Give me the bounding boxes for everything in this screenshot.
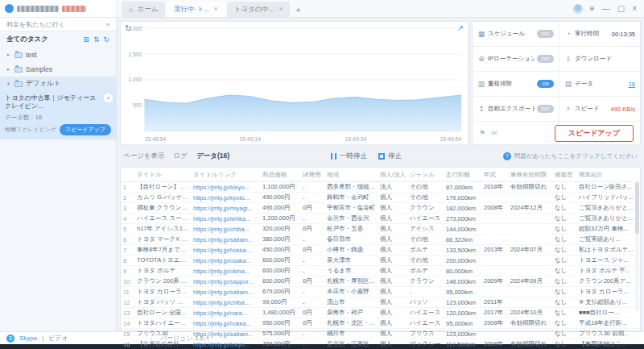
chevrons-more-icon[interactable]: » [106,21,109,28]
task-data-count: データ数：16 [5,114,111,122]
tab-running[interactable]: 実行中·ト... × [167,2,225,17]
table-scrollbar[interactable] [635,182,639,311]
tab-home[interactable]: ⌂ ホーム [122,2,165,17]
help-link[interactable]: ? 問題があったらここをクリックしてください [503,152,638,160]
close-icon[interactable]: × [279,6,283,13]
mail-icon[interactable]: ✉ [491,129,497,137]
title-link-cell[interactable]: https://jmty.jp/tokyo... [191,182,260,193]
dedupe-toggle[interactable]: ON [537,80,554,88]
speedup-button[interactable]: スピードアップ [555,125,634,142]
table-row[interactable]: 1【自社ローン】タン...https://jmty.jp/tokyo...1,1… [121,182,640,193]
table-cell: 車検8年7月まであ... [134,245,191,256]
search-row[interactable]: 料金を私たちに行く » [0,18,116,31]
sort-icon[interactable]: ⇅ [93,35,100,44]
chart-refresh-icon[interactable]: ↻ [125,23,132,34]
table-row[interactable]: 11トヨタ カローラバ...https://jmty.jp/saitam...6… [121,287,640,297]
task-speedup-button[interactable]: スピードアップ [60,124,111,135]
table-row[interactable]: 16【金月近の自社ロ...https://jmty.jp/tokyo...769… [121,339,640,349]
skype-icon[interactable]: S [6,334,14,343]
table-row[interactable]: 14トヨタハイエース2...https://jmty.jp/hokka...95… [121,318,640,329]
title-link-cell[interactable]: https://jmty.jp/saitam... [191,235,260,245]
table-cell: 10 [121,276,134,287]
tab-toyota[interactable]: トヨタの中... × [227,2,291,17]
view-log-link[interactable]: ログ [174,152,188,161]
table-row[interactable]: 4ハイエース スーパ...https://jmty.jp/ishika...1,… [121,214,640,224]
table-row[interactable]: 9トヨタ ポルテhttps://jmty.jp/okina...600,000円… [121,266,640,276]
table-row[interactable]: 7車検8年7月まであ...https://jmty.jp/hokka...450… [121,245,640,256]
column-header[interactable]: 車検有効期限 [508,168,552,182]
svg-text:1,000: 1,000 [128,77,142,82]
flag-icon[interactable]: ⚑ [479,129,485,137]
title-link-cell[interactable]: https://jmty.jp/hokka... [191,318,260,329]
new-tab-button[interactable]: + [291,2,304,17]
ip-rotation-label: IPローテーション [488,55,535,63]
title-link-cell[interactable]: https://jmty.jp/chiba... [191,224,260,235]
view-page-link[interactable]: ページを表示 [123,152,165,161]
column-header[interactable] [121,168,134,182]
tab-running-label: 実行中·ト... [174,5,209,15]
avatar-icon[interactable] [573,4,583,14]
caret-right-icon[interactable]: ▸ [6,66,11,73]
menu-icon[interactable]: ≡ [590,4,595,13]
table-row[interactable]: 15プリウス30https://jmty.jp/saitam...575,000… [121,329,640,339]
sidebar-item-samples[interactable]: ▸ Samples [0,62,116,77]
title-link-cell[interactable]: https://jmty.jp/tokyo... [191,339,260,349]
title-link-cell[interactable]: https://jmty.jp/saitam... [191,287,260,297]
table-row[interactable]: 5h17年 アイシス1...https://jmty.jp/chiba...32… [121,224,640,235]
column-header[interactable]: 年式 [481,168,508,182]
table-row[interactable]: 3福祉車 クラウンア...https://jmty.jp/miyagi...49… [121,203,640,214]
task-close-icon[interactable]: × [104,93,113,102]
title-link-cell[interactable]: https://jmty.jp/nara... [191,308,260,318]
column-header[interactable]: タイトルリンク [191,168,260,182]
add-folder-icon[interactable]: ⊞ [83,35,89,44]
column-header[interactable]: 個人/法人 [378,168,407,182]
title-link-cell[interactable]: https://jmty.jp/osaka... [191,256,260,266]
sidebar-item-default[interactable]: ▾ デフォルト [0,77,116,91]
stop-button[interactable]: 停止 [378,152,402,161]
table-row[interactable]: 10クラウン 200系 2.5...https://jmty.jp/sappor… [121,276,640,287]
column-header[interactable]: 地域 [324,168,378,182]
data-count-link[interactable]: 16 [629,81,635,88]
title-link-cell[interactable]: https://jmty.jp/saitam... [191,329,260,339]
refresh-icon[interactable]: ↻ [103,35,109,44]
column-header[interactable]: 商品価格 [260,168,300,182]
caret-down-icon[interactable]: ▾ [6,81,11,87]
maximize-icon[interactable]: ▢ [617,4,625,13]
window-close-icon[interactable]: × [632,4,637,13]
download-setting[interactable]: ⇩ ダウンロード [559,47,640,72]
skype-link[interactable]: Skype [19,334,37,342]
title-link-cell[interactable]: https://jmty.jp/hokka... [191,245,260,256]
schedule-toggle[interactable]: OFF [537,30,554,38]
column-header[interactable]: タイトル [134,168,191,182]
title-link-cell[interactable]: https://jmty.jp/sappor... [191,276,260,287]
caret-right-icon[interactable]: ▸ [6,52,11,58]
pause-button[interactable]: 一時停止 [331,152,367,161]
title-link-cell[interactable]: https://jmty.jp/miyagi... [191,203,260,214]
table-row[interactable]: 8TOYOTAトヨエー...https://jmty.jp/osaka...60… [121,256,640,266]
view-data-link[interactable]: データ(16) [196,152,229,161]
running-task-card[interactable]: トヨタの中古車｜ジモティースクレイピン... × データ数：16 報酬スクレイピ… [0,91,116,139]
table-row[interactable]: 12トヨタ パッソ プ...https://jmty.jp/chiba...99… [121,297,640,308]
column-header[interactable]: ジャンル [407,168,444,182]
auto-export-toggle[interactable]: OFF [537,105,554,113]
minimize-icon[interactable]: — [602,4,610,13]
title-link-cell[interactable]: https://jmty.jp/kyoto... [191,193,260,203]
column-header[interactable]: 簡単紹介 [576,168,640,182]
title-link-cell[interactable]: https://jmty.jp/okina... [191,266,260,276]
table-row[interactable]: 13自社ローン 全国対...https://jmty.jp/nara...1,4… [121,308,640,318]
sidebar-item-test[interactable]: ▸ test [0,48,116,62]
ip-rotation-toggle[interactable]: OFF [537,55,554,63]
column-header[interactable]: 諸費用 [300,168,324,182]
title-link-cell[interactable]: https://jmty.jp/chiba... [191,297,260,308]
column-header[interactable]: 修復歴 [552,168,576,182]
table-cell [481,214,508,224]
table-row[interactable]: 2カムリ G-パッケー...https://jmty.jp/kyoto...49… [121,193,640,203]
column-header[interactable]: 走行距離 [444,168,481,182]
table-row[interactable]: 6トヨタ マークX ジ...https://jmty.jp/saitam...3… [121,235,640,245]
close-icon[interactable]: × [213,6,217,13]
title-link-cell[interactable]: https://jmty.jp/ishika... [191,214,260,224]
chart-expand-icon[interactable]: ↗ [457,23,464,32]
video-link[interactable]: ビデオ [48,334,68,343]
table-cell: 179,000km [444,193,481,203]
scrollbar-thumb[interactable] [635,182,639,234]
